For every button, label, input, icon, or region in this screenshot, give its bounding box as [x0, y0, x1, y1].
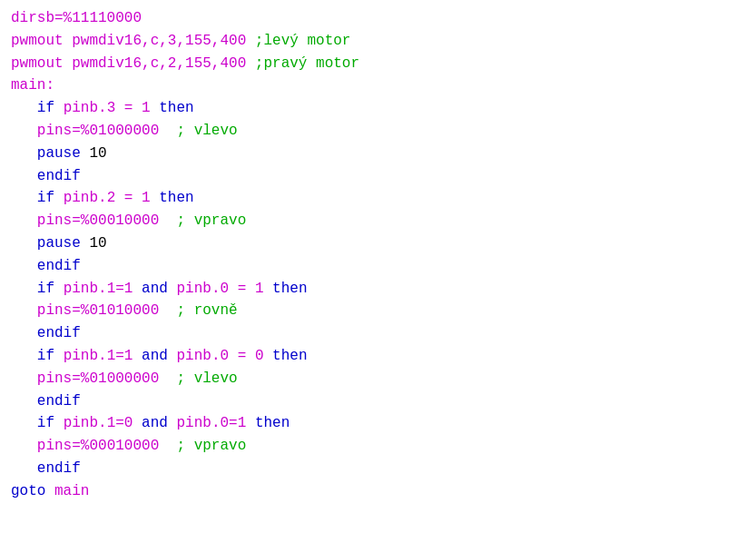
- code-token: pinb.2 = 1: [64, 190, 160, 206]
- code-token: ; vpravo: [159, 212, 246, 229]
- code-token: pins=%01000000: [37, 123, 159, 139]
- code-token: then: [272, 281, 307, 297]
- code-token: if: [37, 281, 54, 297]
- code-token: if: [37, 190, 54, 206]
- code-token: endif: [37, 168, 81, 184]
- code-line: dirsb=%11110000: [11, 7, 745, 30]
- code-token: ;levý motor: [255, 33, 351, 49]
- code-token: [54, 348, 64, 364]
- code-token: and: [142, 348, 168, 364]
- code-token: [54, 281, 64, 297]
- code-token: goto: [11, 483, 45, 499]
- code-token: then: [159, 100, 193, 116]
- code-token: pins=%01010000: [37, 302, 159, 319]
- code-token: 10: [81, 235, 107, 252]
- code-line: pwmout pwmdiv16,c,3,155,400 ;levý motor: [11, 30, 745, 53]
- code-token: ; vpravo: [159, 438, 246, 454]
- code-token: [11, 145, 37, 162]
- code-token: [54, 100, 64, 116]
- code-token: endif: [37, 258, 81, 274]
- code-token: ; vlevo: [159, 370, 237, 387]
- code-token: [11, 258, 37, 274]
- code-token: [11, 123, 37, 139]
- code-token: ; rovně: [159, 302, 237, 319]
- code-token: pwmout pwmdiv16,c,2,155,400: [11, 55, 255, 72]
- code-token: then: [272, 348, 307, 364]
- code-line: endif: [11, 165, 745, 188]
- code-token: [11, 415, 37, 431]
- code-line: pins=%00010000 ; vpravo: [11, 435, 745, 458]
- code-token: pause: [37, 235, 81, 252]
- code-token: [11, 393, 37, 410]
- code-token: [11, 281, 37, 297]
- code-token: pinb.0 = 1: [176, 281, 272, 297]
- code-token: dirsb=%11110000: [11, 10, 142, 26]
- code-line: if pinb.3 = 1 then: [11, 97, 745, 120]
- code-token: [11, 348, 37, 364]
- code-token: pinb.1=1: [64, 348, 142, 364]
- code-token: if: [37, 415, 54, 431]
- code-token: if: [37, 100, 54, 116]
- code-line: if pinb.2 = 1 then: [11, 187, 745, 210]
- code-token: [11, 235, 37, 252]
- code-token: endif: [37, 460, 81, 477]
- code-token: and: [142, 281, 168, 297]
- code-line: pwmout pwmdiv16,c,2,155,400 ;pravý motor: [11, 53, 745, 75]
- code-token: [11, 460, 37, 477]
- code-token: pinb.3 = 1: [64, 100, 160, 116]
- code-token: [11, 190, 37, 206]
- code-token: pins=%01000000: [37, 370, 159, 387]
- code-line: pins=%01000000 ; vlevo: [11, 120, 745, 143]
- code-line: endif: [11, 458, 745, 480]
- code-token: then: [255, 415, 290, 431]
- code-line: if pinb.1=1 and pinb.0 = 1 then: [11, 278, 745, 301]
- code-token: pause: [37, 145, 81, 162]
- code-token: endif: [37, 325, 81, 341]
- code-line: if pinb.1=1 and pinb.0 = 0 then: [11, 345, 745, 368]
- code-token: [45, 483, 54, 499]
- code-token: ; vlevo: [159, 123, 237, 139]
- code-token: [54, 415, 64, 431]
- code-token: [11, 325, 37, 341]
- code-token: [11, 302, 37, 319]
- code-token: 10: [81, 145, 107, 162]
- code-token: pinb.1=1: [64, 281, 142, 297]
- code-token: pins=%00010000: [37, 212, 159, 229]
- code-line: pause 10: [11, 232, 745, 255]
- code-token: pinb.0 = 0: [176, 348, 272, 364]
- code-token: pinb.0=1: [176, 415, 254, 431]
- code-line: endif: [11, 322, 745, 345]
- code-line: pins=%01000000 ; vlevo: [11, 368, 745, 390]
- code-token: and: [142, 415, 168, 431]
- code-line: endif: [11, 390, 745, 413]
- code-token: pinb.1=0: [64, 415, 142, 431]
- code-line: endif: [11, 255, 745, 278]
- code-line: main:: [11, 74, 745, 97]
- code-token: [11, 100, 37, 116]
- code-editor: dirsb=%11110000pwmout pwmdiv16,c,3,155,4…: [11, 7, 745, 503]
- code-token: then: [159, 190, 193, 206]
- code-token: pwmout pwmdiv16,c,3,155,400: [11, 33, 255, 49]
- code-line: pins=%00010000 ; vpravo: [11, 210, 745, 232]
- code-token: [11, 212, 37, 229]
- code-line: if pinb.1=0 and pinb.0=1 then: [11, 412, 745, 435]
- code-token: [11, 438, 37, 454]
- code-token: if: [37, 348, 54, 364]
- code-line: pause 10: [11, 143, 745, 165]
- code-token: endif: [37, 393, 81, 410]
- code-line: goto main: [11, 480, 745, 503]
- code-line: pins=%01010000 ; rovně: [11, 300, 745, 322]
- code-token: [54, 190, 64, 206]
- code-token: [11, 370, 37, 387]
- code-token: [11, 168, 37, 184]
- code-token: main:: [11, 77, 54, 94]
- code-token: main: [54, 483, 89, 499]
- code-token: pins=%00010000: [37, 438, 159, 454]
- code-token: ;pravý motor: [255, 55, 359, 72]
